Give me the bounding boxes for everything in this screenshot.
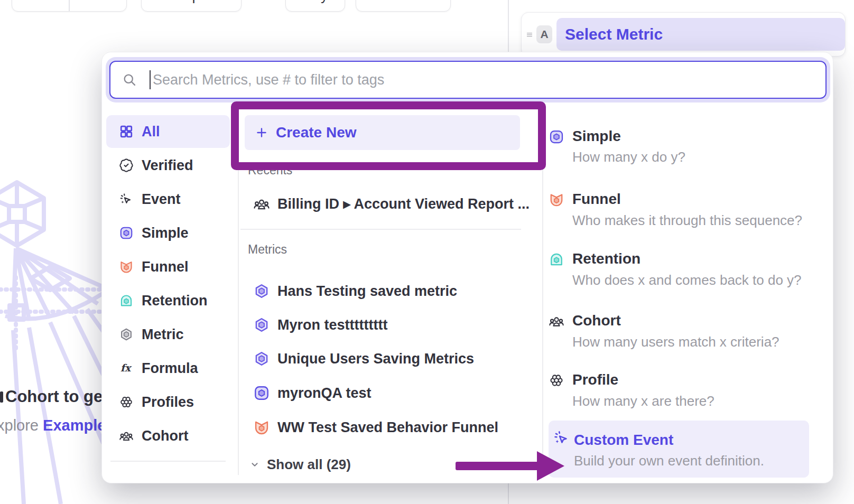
metric-list-item[interactable]: Myron testtttttttt: [245, 309, 387, 341]
sidebar-item-formula[interactable]: fx Formula: [106, 352, 230, 385]
sidebar-item-all[interactable]: All: [106, 115, 230, 148]
sidebar-label: Formula: [142, 360, 198, 377]
sidebar-label: Funnel: [142, 259, 189, 275]
metric-item-label: Myron testtttttttt: [277, 317, 387, 333]
recent-item-label: Billing ID ▸ Account Viewed Report ...: [277, 195, 530, 212]
verified-badge-icon: [119, 158, 134, 173]
sidebar-label: Profiles: [142, 394, 194, 410]
sidebar-item-simple[interactable]: Simple: [106, 217, 230, 249]
select-metric-pill[interactable]: Select Metric: [556, 18, 845, 51]
line-label: Line: [400, 0, 427, 4]
day-granularity-button[interactable]: Day: [285, 0, 345, 12]
annotation-arrow: [456, 462, 539, 470]
recents-divider: [240, 229, 521, 230]
metric-item-label: myronQA test: [277, 385, 372, 402]
metric-item-label: WW Test Saved Behavior Funnel: [277, 419, 498, 436]
compare-button[interactable]: Compare: [141, 0, 242, 12]
sidebar-item-event[interactable]: Event: [106, 183, 230, 216]
metric-list-item[interactable]: myronQA test: [245, 377, 372, 409]
funnel-icon: [549, 192, 564, 208]
metric-list-item[interactable]: Hans Testing saved metric: [245, 275, 457, 307]
metric-list-item[interactable]: WW Test Saved Behavior Funnel: [245, 411, 498, 444]
metric-hexagon-icon: [253, 283, 270, 300]
type-retention[interactable]: Retention: [572, 250, 640, 267]
type-desc: Who does x and comes back to do y?: [572, 272, 802, 288]
show-all-label: Show all (29): [267, 456, 351, 473]
line-chart-icon: [379, 0, 393, 2]
sidebar-label: Retention: [142, 293, 208, 309]
annotation-arrow-head: [537, 451, 564, 481]
date-range-control[interactable]: 12M YTD: [12, 0, 127, 12]
cohort-people-icon: [253, 195, 270, 212]
sidebar-item-metric[interactable]: Metric: [106, 318, 230, 351]
metrics-section-label: Metrics: [248, 242, 287, 257]
clause-letter-badge: A: [536, 25, 552, 43]
range-ytd-label: YTD: [77, 0, 106, 4]
custom-event-cursor-icon: [553, 429, 571, 447]
example-link[interactable]: Example: [43, 417, 106, 434]
metric-hexagon-icon: [253, 316, 270, 333]
range-12m-button[interactable]: 12M: [12, 0, 69, 11]
profiles-cluster-icon: [119, 395, 134, 409]
type-desc: Who makes it through this sequence?: [572, 212, 802, 229]
sidebar-item-cohort[interactable]: Cohort: [106, 419, 230, 452]
select-metric-label: Select Metric: [565, 25, 663, 43]
profiles-cluster-icon: [549, 372, 564, 388]
metric-search-input[interactable]: [109, 61, 827, 99]
metric-list-item[interactable]: Unique Users Saving Metrics: [245, 342, 474, 375]
line-chart-type-button[interactable]: Line: [356, 0, 451, 12]
text-cursor: [150, 70, 151, 89]
annotation-highlight-box: [231, 101, 546, 170]
sidebar-label: Event: [142, 191, 181, 208]
type-custom-event[interactable]: Custom Event Build your own event defini…: [549, 421, 809, 478]
type-desc: How many x do y?: [572, 149, 685, 165]
sidebar-item-verified[interactable]: Verified: [106, 149, 230, 182]
sidebar-label: All: [142, 124, 160, 140]
sidebar-item-profiles[interactable]: Profiles: [106, 386, 230, 418]
custom-event-desc: Build your own event definition.: [574, 453, 764, 469]
background-wireframe-illustration: [0, 174, 106, 504]
sidebar-divider: [110, 461, 226, 462]
day-label: Day: [302, 0, 328, 4]
clipped-letter-fragment: [0, 391, 3, 403]
sidebar-item-retention[interactable]: Retention: [106, 284, 230, 317]
drag-handle-icon[interactable]: [525, 27, 534, 42]
type-desc: How many x are there?: [572, 393, 714, 409]
chevron-down-icon: [249, 459, 261, 470]
empty-state-explore-line: xplore Example: [0, 417, 106, 434]
svg-text:fx: fx: [120, 362, 132, 374]
type-funnel[interactable]: Funnel: [572, 191, 621, 208]
funnel-icon: [119, 259, 134, 274]
cohort-people-icon: [549, 313, 564, 329]
range-ytd-button[interactable]: YTD: [70, 0, 126, 11]
type-desc: How many users match x criteria?: [572, 334, 779, 350]
sidebar-label: Cohort: [142, 428, 188, 444]
range-12m-label: 12M: [26, 0, 54, 4]
empty-state-headline: Cohort to ge: [5, 387, 103, 406]
metric-item-label: Hans Testing saved metric: [277, 283, 457, 300]
search-icon: [122, 72, 137, 87]
formula-fx-icon: fx: [119, 361, 134, 376]
show-all-button[interactable]: Show all (29): [245, 448, 351, 481]
simple-metric-icon: [549, 129, 564, 145]
type-profile[interactable]: Profile: [572, 371, 618, 388]
cohort-people-icon: [119, 428, 134, 443]
sidebar-item-funnel[interactable]: Funnel: [106, 250, 230, 283]
metric-builder-row: A Select Metric: [521, 12, 846, 57]
sidebar-label: Simple: [142, 225, 189, 241]
simple-metric-icon: [253, 385, 270, 402]
type-cohort[interactable]: Cohort: [572, 312, 621, 329]
metric-item-label: Unique Users Saving Metrics: [277, 351, 474, 367]
retention-icon: [119, 293, 134, 308]
sidebar-item-partial[interactable]: T: [106, 478, 230, 483]
app-screen: 12M YTD Compare Day Line A Select Metric…: [0, 0, 854, 504]
metric-hexagon-icon: [119, 327, 134, 342]
type-simple[interactable]: Simple: [572, 128, 621, 145]
funnel-icon: [253, 419, 270, 436]
metric-search: [109, 61, 827, 99]
retention-icon: [549, 251, 564, 267]
metric-hexagon-icon: [253, 350, 270, 367]
recent-item-row[interactable]: Billing ID ▸ Account Viewed Report ...: [245, 188, 530, 220]
compare-label: Compare: [162, 0, 220, 4]
sidebar-label: Verified: [142, 157, 193, 174]
